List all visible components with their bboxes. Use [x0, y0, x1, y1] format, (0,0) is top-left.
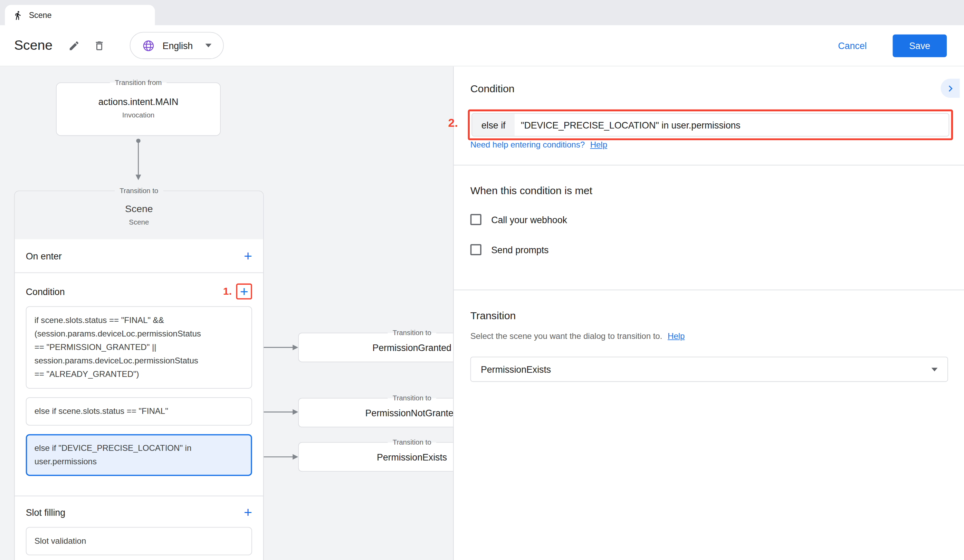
on-enter-row: On enter + — [15, 239, 263, 273]
panel-divider-2 — [454, 290, 964, 290]
transition-to-label: Transition to — [388, 328, 436, 338]
panel-divider-1 — [454, 165, 964, 166]
dropdown-caret-icon — [931, 368, 938, 371]
language-selector[interactable]: English — [130, 32, 223, 59]
help-prompt-text: Need help entering conditions? — [471, 140, 585, 150]
transition-to-label: Transition to — [388, 437, 436, 448]
transition-to-label: Transition to — [388, 393, 436, 403]
condition-section-header: Condition 1. + — [26, 280, 252, 303]
chevron-down-icon — [205, 44, 212, 47]
condition-help-line: Need help entering conditions? Help — [471, 140, 607, 150]
slot-filling-label: Slot filling — [26, 507, 65, 518]
language-label: English — [163, 41, 193, 51]
condition-editor: else if "DEVICE_PRECISE_LOCATION" in use… — [471, 113, 949, 137]
target-name: PermissionExists — [377, 451, 447, 462]
annotation-2: 2. — [448, 116, 458, 130]
add-on-enter-button[interactable]: + — [244, 249, 252, 263]
tab-label: Scene — [29, 10, 52, 20]
detail-panel: Condition 2. else if "DEVICE_PRECISE_LOC… — [453, 66, 964, 560]
walk-icon — [13, 10, 23, 20]
transition-heading: Transition — [471, 310, 516, 322]
transition-scene-value: PermissionExists — [481, 364, 551, 374]
condition-expression-input[interactable]: "DEVICE_PRECISE_LOCATION" in user.permis… — [515, 114, 948, 136]
add-slot-button[interactable]: + — [244, 505, 252, 519]
scene-card-subtitle: Scene — [15, 218, 263, 226]
target-name: PermissionGranted — [372, 342, 451, 353]
condition-item-3-selected[interactable]: else if "DEVICE_PRECISE_LOCATION" in use… — [26, 434, 252, 476]
annotation-box-1: + — [236, 283, 252, 300]
condition-label: Condition — [26, 287, 65, 297]
annotation-box-2: else if "DEVICE_PRECISE_LOCATION" in use… — [468, 109, 953, 140]
edit-icon[interactable] — [68, 40, 80, 52]
node-invocation[interactable]: Transition from actions.intent.MAIN Invo… — [56, 83, 221, 136]
save-button[interactable]: Save — [892, 34, 947, 57]
transition-to-label: Transition to — [115, 186, 163, 196]
transition-from-label: Transition from — [110, 77, 166, 88]
slot-validation-item[interactable]: Slot validation — [26, 527, 252, 555]
transition-description: Select the scene you want the dialog to … — [471, 331, 685, 341]
scene-card-title: Scene — [15, 203, 263, 215]
webhook-checkbox[interactable] — [471, 214, 482, 225]
condition-item-2[interactable]: else if scene.slots.status == "FINAL" — [26, 397, 252, 426]
delete-icon[interactable] — [94, 40, 105, 52]
add-condition-button[interactable]: + — [240, 284, 248, 298]
tab-bar: Scene — [0, 0, 964, 25]
invocation-subtitle: Invocation — [57, 111, 220, 119]
app-window: Scene Scene English Cancel Save Transiti… — [0, 0, 964, 560]
send-prompts-option[interactable]: Send prompts — [471, 244, 549, 255]
webhook-option[interactable]: Call your webhook — [471, 214, 567, 225]
chevron-right-icon — [944, 82, 956, 94]
invocation-intent: actions.intent.MAIN — [57, 96, 220, 107]
collapse-panel-button[interactable] — [941, 79, 959, 98]
header: Scene English Cancel Save — [0, 25, 964, 66]
page-title: Scene — [14, 37, 52, 54]
transition-scene-dropdown[interactable]: PermissionExists — [471, 357, 948, 382]
slot-filling-header: Slot filling + — [26, 501, 252, 523]
send-prompts-checkbox[interactable] — [471, 244, 482, 255]
tab-scene[interactable]: Scene — [5, 5, 155, 25]
connector-vertical — [135, 138, 142, 187]
when-met-heading: When this condition is met — [471, 185, 592, 198]
condition-section: Condition 1. + if scene.slots.status == … — [15, 273, 263, 496]
condition-item-1[interactable]: if scene.slots.status == "FINAL" && (ses… — [26, 306, 252, 389]
slot-filling-section: Slot filling + Slot validation — [15, 496, 263, 560]
annotation-1: 1. — [223, 285, 232, 298]
transition-description-text: Select the scene you want the dialog to … — [471, 331, 663, 341]
condition-help-link[interactable]: Help — [590, 140, 607, 150]
webhook-label: Call your webhook — [491, 214, 567, 225]
globe-icon — [142, 39, 155, 52]
condition-heading: Condition — [471, 83, 515, 95]
scene-card: Transition to Scene Scene On enter + Con… — [14, 191, 264, 560]
target-name: PermissionNotGranted — [365, 407, 459, 418]
scene-canvas: Transition from actions.intent.MAIN Invo… — [0, 66, 964, 560]
on-enter-label: On enter — [26, 251, 62, 261]
send-prompts-label: Send prompts — [491, 244, 549, 255]
cancel-button[interactable]: Cancel — [838, 41, 866, 51]
scene-card-header[interactable]: Scene Scene — [15, 191, 263, 239]
transition-help-link[interactable]: Help — [668, 331, 685, 341]
operator-chip[interactable]: else if — [472, 114, 515, 136]
